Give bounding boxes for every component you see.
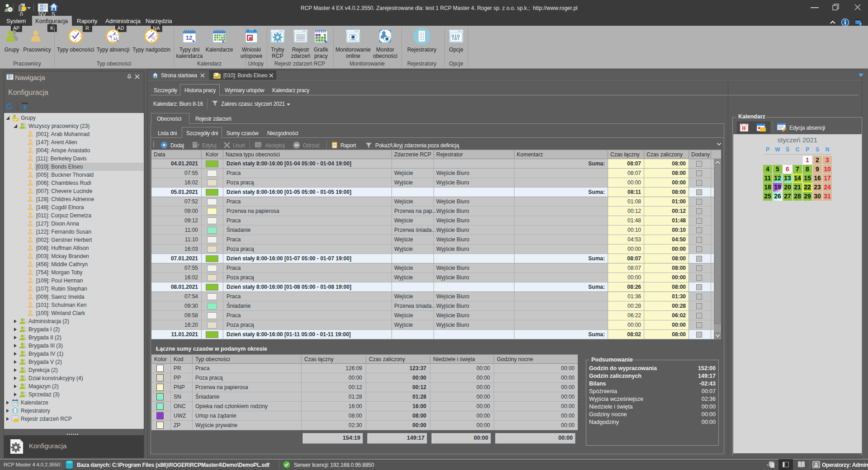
svg-text:12: 12 xyxy=(186,34,192,41)
svg-text:12: 12 xyxy=(113,37,118,41)
